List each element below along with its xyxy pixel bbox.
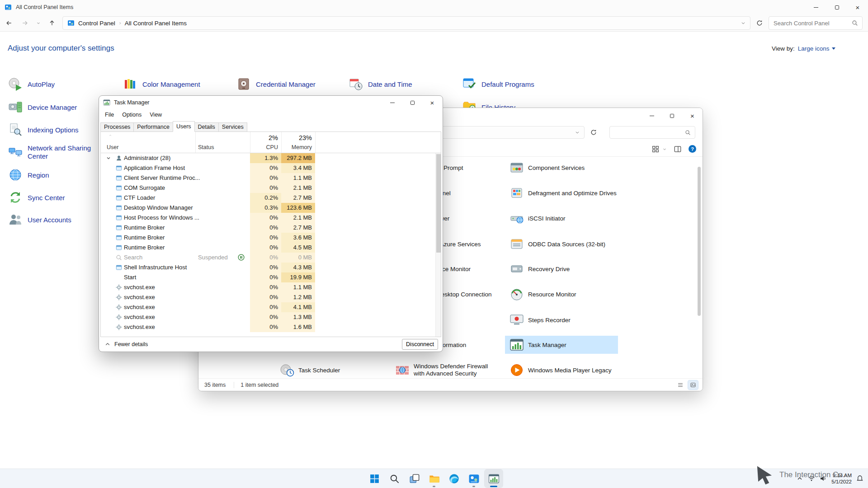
cp-item-region[interactable]: Region — [8, 166, 49, 184]
refresh-button[interactable] — [587, 126, 600, 139]
preview-pane-icon[interactable] — [674, 145, 682, 153]
search-input[interactable] — [609, 126, 695, 139]
taskbar-start-button[interactable] — [365, 469, 383, 488]
scrollbar-thumb[interactable] — [698, 167, 701, 316]
taskbar-edge-button[interactable] — [445, 469, 463, 488]
details-view-icon[interactable] — [675, 380, 685, 389]
view-options-icon[interactable] — [651, 145, 660, 153]
table-row-svchost-exe[interactable]: svchost.exe0%1.2 MB — [101, 292, 435, 302]
close-button[interactable]: × — [422, 96, 442, 109]
cp-item-user-accounts[interactable]: User Accounts — [8, 211, 71, 229]
table-row-administrator-28[interactable]: Administrator (28)1.3%297.2 MB — [101, 153, 435, 163]
recent-locations-button[interactable] — [33, 17, 43, 29]
table-row-runtime-broker[interactable]: Runtime Broker0%2.7 MB — [101, 223, 435, 233]
tools-item-windows-defender-firewall-with-advanced-security[interactable]: Windows Defender Firewall with Advanced … — [395, 361, 494, 379]
search-input[interactable]: Search Control Panel — [769, 16, 863, 30]
address-bar[interactable]: Control Panel All Control Panel Items — [62, 16, 750, 30]
table-row-client-server-runtime-proc[interactable]: Client Server Runtime Proc...0%1.1 MB — [101, 173, 435, 183]
up-button[interactable] — [46, 17, 58, 29]
cp-item-autoplay[interactable]: AutoPlay — [8, 75, 55, 93]
chevron-down-icon[interactable] — [662, 147, 667, 151]
taskbar-search-button[interactable] — [385, 469, 403, 488]
taskbar-file-explorer-button[interactable] — [425, 469, 443, 488]
column-header-user[interactable]: User — [107, 144, 118, 150]
table-row-start[interactable]: Start0%19.9 MB — [101, 272, 435, 282]
table-row-search[interactable]: SearchSuspended0%0 MB — [101, 253, 435, 263]
close-button[interactable]: × — [682, 108, 703, 123]
menu-options[interactable]: Options — [118, 110, 146, 119]
volume-icon[interactable] — [820, 475, 827, 482]
table-row-svchost-exe[interactable]: svchost.exe0%1.6 MB — [101, 322, 435, 332]
cp-item-color-management[interactable]: Color Management — [123, 75, 200, 93]
network-icon[interactable] — [808, 475, 815, 482]
tab-processes[interactable]: Processes — [100, 122, 134, 132]
tab-services[interactable]: Services — [218, 122, 247, 132]
taskbar-task-manager-button[interactable] — [485, 469, 503, 488]
table-row-svchost-exe[interactable]: svchost.exe0%1.3 MB — [101, 312, 435, 322]
forward-button[interactable] — [19, 17, 31, 29]
breadcrumb-root[interactable]: Control Panel — [78, 20, 115, 27]
column-divider[interactable] — [315, 132, 316, 153]
table-row-shell-infrastructure-host[interactable]: Shell Infrastructure Host0%4.3 MB — [101, 263, 435, 272]
tools-item-iscsi-initiator[interactable]: iSCSI Initiator — [509, 209, 566, 227]
tools-item-task-scheduler[interactable]: Task Scheduler — [280, 361, 340, 379]
clock[interactable]: 9:14 AM 5/1/2022 — [831, 472, 852, 485]
table-row-svchost-exe[interactable]: svchost.exe0%4.1 MB — [101, 302, 435, 312]
back-button[interactable] — [3, 17, 15, 29]
tools-item-windows-media-player-legacy[interactable]: Windows Media Player Legacy — [509, 361, 612, 379]
scrollbar[interactable] — [435, 153, 441, 337]
column-divider[interactable] — [195, 132, 196, 153]
table-row-com-surrogate[interactable]: COM Surrogate0%2.1 MB — [101, 183, 435, 193]
taskbar-control-panel-button[interactable] — [465, 469, 483, 488]
maximize-button[interactable] — [662, 108, 682, 123]
column-header-cpu[interactable]: CPU — [250, 144, 278, 150]
table-row-host-process-for-windows[interactable]: Host Process for Windows ...0%2.1 MB — [101, 213, 435, 223]
table-row-svchost-exe[interactable]: svchost.exe0%1.1 MB — [101, 282, 435, 292]
maximize-button[interactable] — [826, 0, 847, 14]
table-row-desktop-window-manager[interactable]: Desktop Window Manager0.3%123.6 MB — [101, 203, 435, 213]
column-header-memory[interactable]: Memory — [281, 144, 312, 150]
minimize-button[interactable] — [642, 108, 662, 123]
tools-item-steps-recorder[interactable]: Steps Recorder — [509, 311, 571, 329]
tools-item-resource-monitor[interactable]: Resource Monitor — [509, 285, 576, 303]
fewer-details-toggle[interactable]: Fewer details — [105, 337, 148, 352]
cp-item-device-manager[interactable]: Device Manager — [8, 98, 77, 116]
column-header-status[interactable]: Status — [198, 144, 214, 150]
tools-item-recovery-drive[interactable]: Recovery Drive — [509, 260, 570, 278]
disconnect-button[interactable]: Disconnect — [402, 339, 438, 350]
cp-item-default-programs[interactable]: Default Programs — [462, 75, 534, 93]
table-row-ctf-loader[interactable]: CTF Loader0.2%2.7 MB — [101, 193, 435, 203]
cp-item-credential-manager[interactable]: Credential Manager — [236, 75, 316, 93]
tab-details[interactable]: Details — [194, 122, 219, 132]
table-row-runtime-broker[interactable]: Runtime Broker0%4.5 MB — [101, 243, 435, 253]
cp-item-network-and-sharing-center[interactable]: Network and Sharing Center — [8, 143, 99, 161]
tab-performance[interactable]: Performance — [133, 122, 173, 132]
tab-users[interactable]: Users — [173, 121, 195, 132]
refresh-button[interactable] — [753, 17, 766, 29]
table-row-application-frame-host[interactable]: Application Frame Host0%3.4 MB — [101, 163, 435, 173]
table-row-runtime-broker[interactable]: Runtime Broker0%3.6 MB — [101, 233, 435, 243]
taskbar-task-view-button[interactable] — [405, 469, 423, 488]
tools-item-component-services[interactable]: Component Services — [509, 159, 585, 177]
menu-file[interactable]: File — [101, 110, 118, 119]
tools-item-defragment-and-optimize-drives[interactable]: Defragment and Optimize Drives — [509, 184, 617, 202]
cp-item-date-and-time[interactable]: Date and Time — [349, 75, 412, 93]
thumbnail-view-icon[interactable] — [688, 380, 698, 389]
menu-view[interactable]: View — [146, 110, 166, 119]
address-dropdown-icon[interactable] — [741, 20, 746, 26]
maximize-button[interactable] — [402, 96, 422, 109]
breadcrumb-current[interactable]: All Control Panel Items — [125, 20, 187, 27]
cp-item-sync-center[interactable]: Sync Center — [8, 188, 65, 206]
help-icon[interactable]: ? — [689, 145, 696, 153]
expand-chevron-icon[interactable] — [106, 155, 111, 161]
scrollbar-thumb[interactable] — [436, 154, 441, 253]
cp-item-indexing-options[interactable]: Indexing Options — [8, 121, 79, 139]
minimize-button[interactable] — [382, 96, 402, 109]
tools-item-task-manager[interactable]: Task Manager — [505, 336, 618, 354]
close-button[interactable]: × — [847, 0, 868, 14]
tools-item-odbc-data-sources-32-bit[interactable]: ODBC Data Sources (32-bit) — [509, 235, 605, 253]
address-dropdown-icon[interactable] — [575, 130, 580, 135]
hidden-icons-chevron-icon[interactable] — [796, 475, 803, 482]
notifications-icon[interactable] — [856, 475, 863, 482]
minimize-button[interactable] — [806, 0, 826, 14]
